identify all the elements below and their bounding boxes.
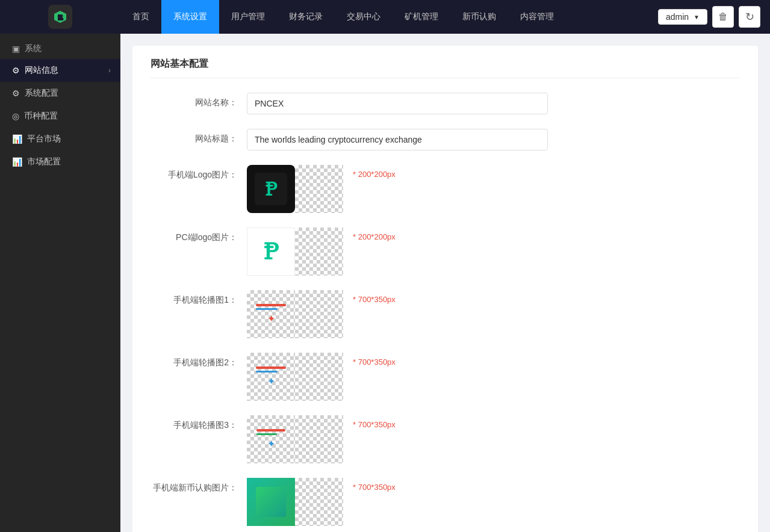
site-name-input[interactable] (247, 93, 548, 114)
mobile-new-coin-row: 手机端新币认购图片： * 700*350px (151, 478, 740, 526)
pc-logo-area: Ᵽ * 200*200px (247, 227, 396, 276)
sidebar-item-label-5: 市场配置 (27, 156, 61, 167)
page-card: 网站基本配置 网站名称： 网站标题： 手机端Logo图片： Ᵽ (132, 46, 758, 532)
nav-items: 首页 系统设置 用户管理 财务记录 交易中心 矿机管理 新币认购 内容管理 (120, 0, 658, 34)
mobile-banner1-area: ✦ * 700*350px (247, 290, 396, 338)
pc-logo-label: PC端logo图片： (151, 227, 247, 243)
nav-user-management[interactable]: 用户管理 (219, 0, 277, 34)
banner3-right (295, 415, 343, 463)
dropdown-arrow-icon: ▼ (694, 14, 700, 20)
site-title-row: 网站标题： (151, 129, 740, 150)
gear-icon-1: ⚙ (12, 66, 20, 75)
main-layout: ▣ 系统 ⚙ 网站信息 › ⚙ 系统配置 ◎ 币种配置 📊 平台市场 📊 市场配… (0, 34, 770, 532)
banner1-mini-content: ✦ (256, 304, 286, 324)
logout-button[interactable]: ↻ (739, 6, 760, 28)
top-navigation: 首页 系统设置 用户管理 财务记录 交易中心 矿机管理 新币认购 内容管理 ad… (0, 0, 770, 34)
sidebar-item-system-config[interactable]: ⚙ 系统配置 (0, 82, 120, 105)
delete-button[interactable]: 🗑 (712, 6, 734, 28)
pc-logo-preview[interactable]: Ᵽ (247, 227, 343, 276)
site-title-label: 网站标题： (151, 129, 247, 144)
mobile-banner3-row: 手机端轮播图3： ✦ * 700*350px (151, 415, 740, 463)
mobile-banner2-preview[interactable]: ✦ (247, 353, 343, 401)
mobile-banner1-label: 手机端轮播图1： (151, 290, 247, 306)
admin-label: admin (666, 12, 689, 22)
nav-right: admin ▼ 🗑 ↻ (658, 6, 770, 28)
site-name-label: 网站名称： (151, 93, 247, 108)
gear-icon-2: ⚙ (12, 88, 20, 98)
sidebar-section-icon: ▣ (12, 44, 20, 54)
mobile-logo-p-text: Ᵽ (265, 179, 277, 200)
nav-mining[interactable]: 矿机管理 (393, 0, 450, 34)
mobile-logo-area: Ᵽ * 200*200px (247, 165, 396, 213)
pc-logo-checker (295, 227, 343, 276)
new-coin-checker (295, 478, 343, 526)
mobile-banner2-hint: * 700*350px (343, 353, 396, 367)
mobile-banner3-label: 手机端轮播图3： (151, 415, 247, 431)
mobile-banner1-preview[interactable]: ✦ (247, 290, 343, 338)
sidebar-item-label-4: 平台市场 (27, 134, 61, 144)
mobile-banner1-hint: * 700*350px (343, 290, 396, 304)
sidebar: ▣ 系统 ⚙ 网站信息 › ⚙ 系统配置 ◎ 币种配置 📊 平台市场 📊 市场配… (0, 34, 120, 532)
mobile-logo-p-bg: Ᵽ (255, 173, 287, 205)
mobile-new-coin-preview[interactable] (247, 478, 343, 526)
mobile-banner2-label: 手机端轮播图2： (151, 353, 247, 368)
mobile-banner3-hint: * 700*350px (343, 415, 396, 429)
mobile-logo-hint: * 200*200px (343, 165, 396, 179)
mobile-new-coin-area: * 700*350px (247, 478, 396, 526)
mobile-banner3-area: ✦ * 700*350px (247, 415, 396, 463)
banner3-left: ✦ (247, 415, 295, 463)
sidebar-item-coin-config[interactable]: ◎ 币种配置 (0, 105, 120, 128)
mobile-new-coin-hint: * 700*350px (343, 478, 396, 492)
banner2-mini-content: ✦ (256, 367, 286, 387)
coin-icon: ◎ (12, 111, 19, 121)
pc-logo-row: PC端logo图片： Ᵽ * 200*200px (151, 227, 740, 276)
mobile-logo-image-left: Ᵽ (247, 165, 295, 213)
app-logo (48, 5, 72, 29)
logout-icon: ↻ (745, 10, 754, 23)
trash-icon: 🗑 (718, 11, 728, 22)
chart-icon-1: 📊 (12, 134, 22, 144)
banner1-left: ✦ (247, 290, 295, 338)
mobile-banner3-preview[interactable]: ✦ (247, 415, 343, 463)
mobile-logo-checker (295, 165, 343, 213)
nav-trading[interactable]: 交易中心 (335, 0, 393, 34)
logo-area (0, 0, 120, 34)
mobile-new-coin-label: 手机端新币认购图片： (151, 478, 247, 493)
new-coin-image (247, 478, 295, 526)
nav-new-coin[interactable]: 新币认购 (450, 0, 508, 34)
nav-finance[interactable]: 财务记录 (277, 0, 335, 34)
nav-content[interactable]: 内容管理 (508, 0, 566, 34)
sidebar-section-system: ▣ 系统 (0, 34, 120, 59)
banner3-mini-content: ✦ (256, 429, 285, 450)
chevron-right-icon: › (108, 66, 111, 75)
pc-logo-image-left: Ᵽ (247, 227, 295, 276)
mobile-banner1-row: 手机端轮播图1： ✦ * 700*350px (151, 290, 740, 338)
sidebar-item-website-info[interactable]: ⚙ 网站信息 › (0, 59, 120, 82)
site-name-row: 网站名称： (151, 93, 740, 114)
sidebar-item-platform-market[interactable]: 📊 平台市场 (0, 128, 120, 150)
banner2-left: ✦ (247, 353, 295, 401)
mobile-logo-label: 手机端Logo图片： (151, 165, 247, 181)
banner2-right (295, 353, 343, 401)
mobile-logo-row: 手机端Logo图片： Ᵽ * 200*200px (151, 165, 740, 213)
sidebar-item-label-1: 网站信息 (25, 65, 58, 76)
content-area: 网站基本配置 网站名称： 网站标题： 手机端Logo图片： Ᵽ (120, 34, 770, 532)
pc-logo-hint: * 200*200px (343, 227, 396, 241)
sidebar-item-label-3: 币种配置 (24, 111, 58, 122)
page-title: 网站基本配置 (151, 58, 740, 78)
mobile-banner2-row: 手机端轮播图2： ✦ * 700*350px (151, 353, 740, 401)
sidebar-item-label-2: 系统配置 (25, 88, 58, 99)
banner1-right (295, 290, 343, 338)
new-coin-diamond (256, 487, 286, 517)
sidebar-item-market-config[interactable]: 📊 市场配置 (0, 150, 120, 173)
sidebar-section-label: 系统 (25, 43, 42, 54)
site-title-input[interactable] (247, 129, 548, 150)
admin-dropdown[interactable]: admin ▼ (658, 9, 707, 25)
pc-logo-p-text: Ᵽ (263, 238, 279, 265)
mobile-banner2-area: ✦ * 700*350px (247, 353, 396, 401)
nav-home[interactable]: 首页 (120, 0, 161, 34)
nav-system-settings[interactable]: 系统设置 (161, 0, 219, 34)
chart-icon-2: 📊 (12, 157, 22, 167)
mobile-logo-preview[interactable]: Ᵽ (247, 165, 343, 213)
